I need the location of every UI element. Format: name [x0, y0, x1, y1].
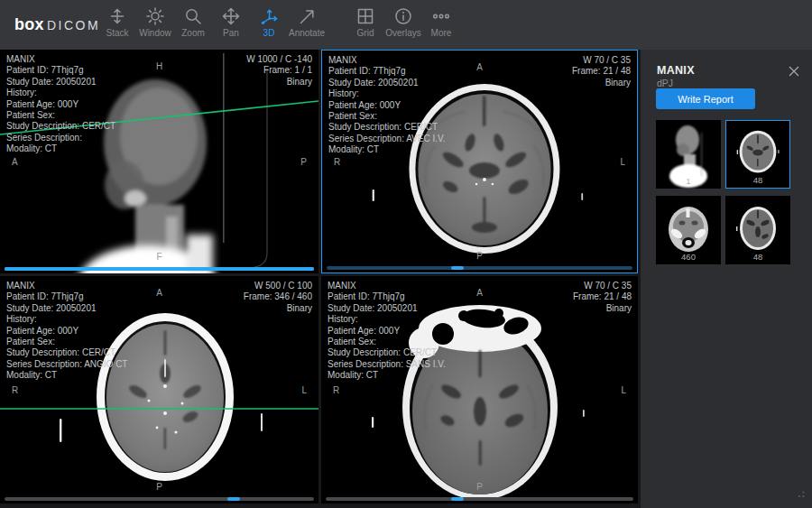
orientation-marker-right: L — [621, 385, 626, 395]
frame-scrollbar[interactable] — [326, 497, 633, 501]
tool-3d[interactable]: 3D — [250, 6, 288, 38]
tool-window[interactable]: Window — [136, 6, 174, 38]
info-line: History: — [6, 88, 115, 98]
orientation-marker-right: L — [301, 385, 307, 395]
info-line: Modality: CT — [6, 370, 127, 381]
info-line: W 1000 / C -140 — [246, 54, 312, 65]
orientation-marker-left: R — [12, 385, 18, 395]
info-line: Patient Sex: — [6, 337, 127, 347]
info-line: Patient ID: 7Thjq7g — [328, 66, 446, 77]
series-panel: MANIX dPJ Write Report 1 — [641, 50, 812, 508]
series-thumbnail-sans-iv[interactable]: 48 — [725, 196, 790, 264]
thumbnail-label: 1 — [656, 176, 721, 186]
info-line: Modality: CT — [328, 144, 446, 155]
series-thumbnail-angio[interactable]: 460 — [656, 196, 721, 264]
patient-info-overlay: MANIXPatient ID: 7Thjq7gStudy Date: 2005… — [6, 281, 127, 382]
orientation-marker-top: A — [156, 288, 162, 298]
close-panel-button[interactable] — [789, 64, 799, 75]
window-icon — [145, 6, 165, 26]
frame-scrollbar[interactable] — [327, 266, 632, 270]
frame-scrollbar-thumb[interactable] — [227, 497, 240, 501]
tool-label: Window — [139, 28, 171, 38]
close-icon — [789, 66, 799, 77]
thumbnail-label: 48 — [726, 175, 789, 185]
tool-label: Annotate — [289, 28, 325, 38]
window-level-overlay: W 500 / C 100Frame: 346 / 460Binary — [244, 281, 312, 314]
viewport-top-left-scout[interactable]: MANIXPatient ID: 7Thjq7gStudy Date: 2005… — [0, 50, 318, 273]
resize-grip[interactable] — [798, 490, 806, 498]
info-line: MANIX — [6, 281, 127, 291]
info-line: W 70 / C 35 — [572, 55, 631, 66]
tool-label: 3D — [263, 28, 275, 38]
patient-info-overlay: MANIXPatient ID: 7Thjq7gStudy Date: 2005… — [6, 54, 115, 155]
orientation-marker-bottom: P — [476, 251, 483, 261]
orientation-marker-right: L — [620, 157, 625, 167]
info-line: Patient Age: 000Y — [6, 99, 115, 110]
info-line: Frame: 21 / 48 — [572, 66, 631, 77]
info-line: Binary — [572, 78, 631, 88]
tool-stack[interactable]: Stack — [98, 6, 136, 38]
info-line: Study Date: 20050201 — [6, 77, 115, 88]
info-line: Modality: CT — [328, 370, 446, 381]
stack-icon — [107, 6, 127, 26]
info-line: Frame: 346 / 460 — [244, 291, 312, 302]
series-thumbnail-avec-iv[interactable]: 48 — [725, 120, 790, 189]
patient-info-overlay: MANIXPatient ID: 7Thjq7gStudy Date: 2005… — [328, 281, 446, 382]
series-thumbnail-scout[interactable]: 1 — [656, 120, 721, 189]
tool-label: More — [431, 28, 452, 38]
info-line: Study Description: CER/CT — [328, 122, 446, 133]
info-line: Patient Sex: — [328, 111, 446, 122]
tool-zoom[interactable]: Zoom — [174, 6, 212, 38]
orientation-marker-left: A — [12, 157, 18, 167]
frame-scrollbar[interactable] — [5, 267, 314, 271]
window-level-overlay: W 1000 / C -140Frame: 1 / 1Binary — [246, 54, 312, 88]
info-line: Patient Age: 000Y — [328, 326, 446, 337]
grid-icon — [355, 6, 375, 26]
tool-grid[interactable]: Grid — [346, 6, 384, 38]
viewport-top-right-axial[interactable]: MANIXPatient ID: 7Thjq7gStudy Date: 2005… — [321, 50, 638, 273]
orientation-marker-top: A — [476, 62, 483, 72]
tool-more[interactable]: More — [422, 6, 460, 38]
overlays-icon — [393, 6, 413, 26]
more-icon — [431, 6, 451, 26]
info-line: Patient Age: 000Y — [6, 326, 127, 337]
info-line: History: — [6, 314, 127, 325]
tool-annotate[interactable]: Annotate — [288, 6, 326, 38]
orientation-marker-right: P — [300, 157, 307, 167]
tool-pan[interactable]: Pan — [212, 6, 250, 38]
info-line: Binary — [573, 303, 632, 314]
viewport-bottom-right-axial[interactable]: MANIXPatient ID: 7Thjq7gStudy Date: 2005… — [321, 276, 638, 503]
frame-scrollbar-thumb[interactable] — [5, 267, 314, 271]
orientation-marker-left: R — [334, 157, 340, 167]
tool-label: Stack — [106, 28, 128, 38]
frame-scrollbar-thumb[interactable] — [451, 266, 464, 270]
box-dicom-logo: boxDICOM — [14, 15, 100, 34]
info-line: Study Description: CER/CT — [6, 347, 127, 358]
info-line: W 500 / C 100 — [244, 281, 312, 291]
info-line: Series Description: — [6, 133, 115, 143]
patient-info-overlay: MANIXPatient ID: 7Thjq7gStudy Date: 2005… — [328, 55, 446, 156]
info-line: Patient ID: 7Thjq7g — [328, 291, 446, 302]
info-line: Series Description: SANS I.V. — [328, 359, 446, 370]
frame-scrollbar[interactable] — [5, 497, 314, 501]
info-line: Study Date: 20050201 — [328, 78, 446, 88]
3d-icon — [259, 6, 279, 26]
study-title: MANIX — [657, 64, 695, 77]
info-line: Study Date: 20050201 — [328, 303, 446, 314]
tool-label: Overlays — [385, 28, 420, 38]
info-line: W 70 / C 35 — [573, 281, 632, 291]
info-line: History: — [328, 88, 446, 99]
frame-scrollbar-thumb[interactable] — [451, 497, 464, 501]
orientation-marker-top: A — [476, 288, 483, 298]
orientation-marker-bottom: P — [156, 482, 162, 492]
info-line: MANIX — [328, 55, 446, 66]
info-line: Study Description: CER/CT — [328, 347, 446, 358]
annotate-icon — [297, 6, 317, 26]
viewport-bottom-left-angio[interactable]: MANIXPatient ID: 7Thjq7gStudy Date: 2005… — [0, 276, 318, 503]
info-line: Patient ID: 7Thjq7g — [6, 291, 127, 302]
write-report-button[interactable]: Write Report — [656, 88, 755, 109]
tool-overlays[interactable]: Overlays — [384, 6, 422, 38]
info-line: Frame: 21 / 48 — [573, 291, 632, 302]
info-line: Study Date: 20050201 — [6, 303, 127, 314]
orientation-marker-left: R — [333, 385, 339, 395]
